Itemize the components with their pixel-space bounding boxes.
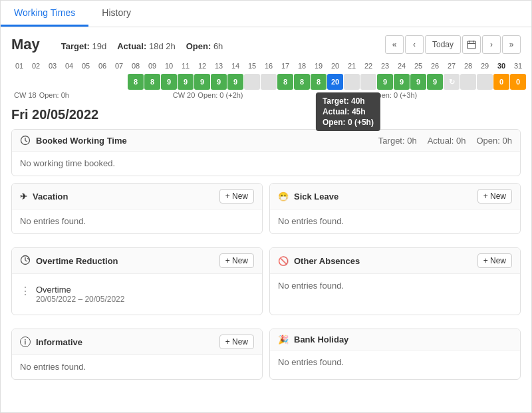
day-cell[interactable]: 9: [227, 74, 243, 90]
calendar-tooltip: Target: 40h Actual: 45h Open: 0 (+5h): [316, 92, 380, 131]
day-cell[interactable]: 9: [394, 74, 410, 90]
nav-first-btn[interactable]: «: [385, 35, 404, 54]
overtime-title: Overtime Reduction: [20, 255, 118, 267]
informative-new-btn[interactable]: + New: [219, 335, 254, 349]
day-cell-wrapper: 9: [394, 74, 410, 90]
day-number: 06: [94, 59, 110, 72]
day-cell-wrapper: 8: [311, 74, 327, 90]
tab-working-times[interactable]: Working Times: [1, 1, 88, 27]
cw20-open: Open: 0 (+2h): [198, 91, 243, 99]
day-cell[interactable]: [344, 74, 360, 90]
actual-stat: Actual: 18d 2h: [117, 41, 175, 51]
nav-prev-btn[interactable]: ‹: [405, 35, 424, 54]
day-cell[interactable]: 0: [493, 74, 509, 90]
day-cell[interactable]: 8: [294, 74, 310, 90]
other-absences-new-btn[interactable]: + New: [477, 253, 512, 268]
vacation-new-btn[interactable]: + New: [219, 189, 254, 204]
booked-body: No working time booked.: [12, 152, 520, 176]
day-number: 14: [227, 59, 243, 72]
cw18-label: CW 18: [14, 91, 37, 99]
day-cell[interactable]: [78, 74, 94, 90]
day-cell[interactable]: [11, 74, 27, 90]
informative-header: i Informative + New: [12, 329, 262, 355]
nav-today-btn[interactable]: Today: [425, 35, 461, 54]
day-cell[interactable]: 9: [410, 74, 426, 90]
overtime-entry: ⋮ Overtime 20/05/2022 – 20/05/2022: [20, 281, 254, 308]
day-cell[interactable]: 8: [144, 74, 160, 90]
days-row: 0102030405060708091011121314151617181920…: [11, 59, 521, 72]
booked-meta: Target: 0h Actual: 0h Open: 0h: [378, 136, 512, 146]
nav-calendar-btn[interactable]: [462, 35, 481, 54]
day-cell[interactable]: 9: [161, 74, 177, 90]
calendar-section: 0102030405060708091011121314151617181920…: [11, 59, 521, 99]
other-absences-header: 🚫 Other Absences + New: [270, 248, 520, 274]
cw20-label: CW 20: [173, 91, 196, 99]
day-cell[interactable]: 9: [211, 74, 227, 90]
day-number: 17: [277, 59, 293, 72]
day-cell-wrapper: 9: [427, 74, 443, 90]
day-cell-wrapper: 8: [128, 74, 144, 90]
overtime-entry-date: 20/05/2022 – 20/05/2022: [36, 295, 124, 304]
day-number: 19: [311, 59, 327, 72]
day-number: 03: [45, 59, 61, 72]
day-cell[interactable]: [28, 74, 44, 90]
day-cell[interactable]: [460, 74, 476, 90]
month-header: May Target: 19d Actual: 18d 2h Open: 6h …: [11, 35, 521, 54]
day-number: 24: [394, 59, 410, 72]
entry-dots-icon[interactable]: ⋮: [20, 285, 31, 297]
booked-open: Open: 0h: [477, 136, 513, 146]
day-cell[interactable]: 9: [427, 74, 443, 90]
nav-last-btn[interactable]: »: [502, 35, 521, 54]
day-cell-wrapper: 0: [493, 74, 509, 90]
day-cell[interactable]: 9: [178, 74, 194, 90]
other-absences-body: No entries found.: [270, 274, 520, 298]
day-cell[interactable]: 20: [327, 74, 343, 90]
day-number: 29: [477, 59, 493, 72]
day-cell[interactable]: 9: [377, 74, 393, 90]
booked-working-time-card: Booked Working Time Target: 0h Actual: 0…: [11, 129, 521, 176]
day-cell[interactable]: [94, 74, 110, 90]
svg-line-9: [25, 260, 27, 261]
day-number: 26: [427, 59, 443, 72]
clock-icon: [20, 135, 31, 146]
day-cell[interactable]: [111, 74, 127, 90]
day-cell[interactable]: [61, 74, 77, 90]
day-cell[interactable]: 9: [194, 74, 210, 90]
day-cell-wrapper: 9: [211, 74, 227, 90]
day-number: 09: [144, 59, 160, 72]
day-cell[interactable]: ↻: [444, 74, 460, 90]
day-cell[interactable]: [477, 74, 493, 90]
day-cell[interactable]: [45, 74, 61, 90]
absence-icon: 🚫: [278, 256, 289, 266]
day-cell[interactable]: [360, 74, 376, 90]
overtime-body: ⋮ Overtime 20/05/2022 – 20/05/2022: [12, 274, 262, 315]
plane-icon: ✈: [20, 192, 27, 202]
day-cell-wrapper: [477, 74, 493, 90]
day-number: 12: [194, 59, 210, 72]
overtime-new-btn[interactable]: + New: [219, 253, 254, 268]
day-cell[interactable]: 0: [510, 74, 526, 90]
day-cell-wrapper: [28, 74, 44, 90]
vacation-card: ✈ Vacation + New No entries found.: [11, 183, 263, 234]
svg-line-6: [25, 141, 27, 142]
day-number: 02: [28, 59, 44, 72]
target-stat: Target: 19d: [61, 41, 106, 51]
day-cell-wrapper: ↻: [444, 74, 460, 90]
cw-row: CW 18 Open: 0h CW 20 Open: 0 (+2h) CW 21…: [11, 91, 521, 99]
month-title: May: [11, 36, 40, 53]
day-cell-wrapper: 9: [161, 74, 177, 90]
day-cell-wrapper: 8: [294, 74, 310, 90]
sick-leave-new-btn[interactable]: + New: [477, 189, 512, 204]
sick-leave-body: No entries found.: [270, 209, 520, 233]
nav-next-btn[interactable]: ›: [482, 35, 501, 54]
day-cell[interactable]: [244, 74, 260, 90]
day-cell[interactable]: 8: [311, 74, 327, 90]
day-cell[interactable]: 8: [277, 74, 293, 90]
day-cell[interactable]: [261, 74, 277, 90]
day-number: 23: [377, 59, 393, 72]
day-cell-wrapper: 9: [194, 74, 210, 90]
tab-history[interactable]: History: [88, 1, 144, 27]
day-cell-wrapper: [11, 74, 27, 90]
overtime-entry-name: Overtime: [36, 285, 124, 295]
day-cell[interactable]: 8: [128, 74, 144, 90]
